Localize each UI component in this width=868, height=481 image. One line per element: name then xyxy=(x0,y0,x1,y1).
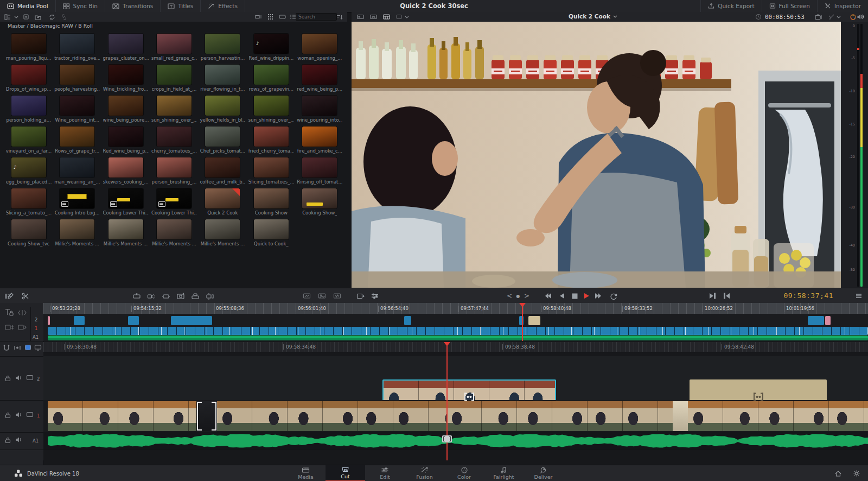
media-clip[interactable]: Rows_of_grape_tr... xyxy=(53,126,101,156)
import-media-button[interactable] xyxy=(22,13,30,21)
thumbnail-view-button[interactable] xyxy=(266,13,275,21)
track2-enable-icon[interactable] xyxy=(26,375,34,381)
media-clip[interactable]: Cooking Show_tvc xyxy=(4,219,53,249)
search-input[interactable] xyxy=(296,13,337,21)
go-to-start-button[interactable] xyxy=(542,292,552,300)
media-clip[interactable]: Slicing_a_tomato_... xyxy=(4,188,53,218)
timeline-clip[interactable] xyxy=(673,401,688,431)
media-clip[interactable]: Cooking Lower Thi... xyxy=(150,188,198,218)
media-clip[interactable]: woman_opening_... xyxy=(296,34,344,63)
playhead-handle[interactable] xyxy=(519,303,526,307)
play-around-out-icon[interactable] xyxy=(722,292,731,300)
go-to-end-button[interactable] xyxy=(593,292,603,300)
tab-fairlight[interactable]: Fairlight xyxy=(484,465,524,481)
playhead-handle[interactable] xyxy=(444,342,450,346)
trim-tool-icon[interactable] xyxy=(17,308,27,317)
overview-clip[interactable] xyxy=(128,316,139,325)
source-clip-view-button[interactable] xyxy=(356,13,365,21)
trackA1-lock-icon[interactable] xyxy=(4,436,11,444)
strip-view-button[interactable] xyxy=(254,13,263,21)
timeline-tools-icon[interactable] xyxy=(4,292,14,300)
panel-toggle-sync-bin[interactable]: Sync Bin xyxy=(56,0,105,12)
overview-clip[interactable] xyxy=(808,316,824,325)
play-around-in-icon[interactable] xyxy=(707,292,717,300)
filmstrip-view-button[interactable] xyxy=(278,13,286,21)
sync-clips-button[interactable] xyxy=(48,13,56,21)
media-clip[interactable]: Millie's Moments ... xyxy=(101,219,150,249)
media-clip[interactable]: river_flowing_in_t... xyxy=(199,65,247,94)
flag-color-button[interactable] xyxy=(24,344,31,351)
project-manager-home-icon[interactable] xyxy=(834,470,842,477)
media-clip[interactable]: Wine_trickling_fro... xyxy=(101,65,150,94)
ripple-overwrite-button[interactable] xyxy=(161,292,171,300)
import-folder-button[interactable] xyxy=(34,13,42,21)
media-clip[interactable]: coffee_and_milk_b... xyxy=(199,157,247,187)
media-clip[interactable]: sun_shining_over_... xyxy=(247,96,295,125)
bin-list-button[interactable] xyxy=(3,13,12,21)
timeline-clip[interactable] xyxy=(217,401,446,431)
media-clip[interactable]: grapes_cluster_on... xyxy=(101,34,150,63)
media-clip[interactable]: crops_in_field_at_... xyxy=(150,65,198,94)
timeline-display-button[interactable] xyxy=(34,344,42,351)
media-clip[interactable]: Millie's Moments ... xyxy=(150,219,198,249)
overview-clip[interactable] xyxy=(48,316,50,325)
timeline-clip[interactable] xyxy=(446,401,673,431)
timeline[interactable]: 09:58:30;4809:58:34;4809:58:38;4809:58:4… xyxy=(43,342,868,460)
timeline-view-button[interactable] xyxy=(382,13,391,21)
tab-cut[interactable]: Cut xyxy=(326,465,365,481)
media-clip[interactable]: Cooking Intro Log... xyxy=(53,188,101,218)
timeline-clip[interactable] xyxy=(196,401,217,431)
timeline-options-button[interactable] xyxy=(370,292,380,300)
loop-button[interactable] xyxy=(609,292,618,300)
timeline-clip[interactable] xyxy=(48,401,196,431)
overview-ruler[interactable]: 09:53:22;2809:54:15;3209:55:08;3609:56:0… xyxy=(43,303,868,314)
media-clip[interactable]: sun_shining_over_... xyxy=(150,96,198,125)
snapping-button[interactable] xyxy=(3,344,10,351)
overview-clip[interactable] xyxy=(528,316,540,325)
photo-overlay-button[interactable] xyxy=(317,292,327,300)
panel-toggle-titles[interactable]: Titles xyxy=(161,0,201,12)
ripple-edit-icon[interactable] xyxy=(4,324,14,331)
append-button[interactable] xyxy=(146,292,156,300)
step-back-button[interactable] xyxy=(557,292,566,300)
timeline-clip[interactable] xyxy=(688,401,868,431)
viewer-tools-chevron-icon[interactable] xyxy=(834,13,843,21)
tab-fusion[interactable]: Fusion xyxy=(405,465,444,481)
audio-overlay-button[interactable] xyxy=(332,292,342,300)
quick-export-button[interactable]: Quick Export xyxy=(700,0,761,12)
roll-edit-icon[interactable] xyxy=(17,324,27,331)
close-up-button[interactable] xyxy=(176,292,186,300)
media-clip[interactable]: Rinsing_off_tomat... xyxy=(296,157,344,187)
tab-edit[interactable]: Edit xyxy=(365,465,405,481)
media-clip[interactable]: tractor_riding_ove... xyxy=(53,34,101,63)
tools-panel-button[interactable] xyxy=(302,292,311,300)
inspector-button[interactable]: Inspector xyxy=(817,0,868,12)
overview-clip[interactable] xyxy=(74,316,85,325)
media-clip[interactable]: fire_and_smoke_c... xyxy=(296,126,344,156)
timeline-playhead[interactable] xyxy=(446,342,448,460)
media-clip[interactable]: Cooking Show xyxy=(247,188,295,218)
match-frame-button[interactable] xyxy=(355,292,365,300)
tab-color[interactable]: Color xyxy=(444,465,484,481)
source-overwrite-button[interactable] xyxy=(205,292,215,300)
jog-right-icon[interactable]: > xyxy=(522,292,532,300)
panel-toggle-transitions[interactable]: Transitions xyxy=(105,0,161,12)
split-clips-icon[interactable] xyxy=(21,292,30,300)
media-clip[interactable]: small_red_grape_c... xyxy=(150,34,198,63)
full-screen-button[interactable]: Full Screen xyxy=(762,0,817,12)
breadcrumb[interactable]: Master / Blackmagic RAW / B Roll xyxy=(8,23,93,29)
track2-lock-icon[interactable] xyxy=(4,375,11,382)
tab-deliver[interactable]: Deliver xyxy=(524,465,563,481)
sort-button[interactable] xyxy=(335,13,344,21)
panel-toggle-effects[interactable]: Effects xyxy=(201,0,245,12)
media-clip[interactable]: ♪egg_being_placed... xyxy=(4,157,53,187)
track1-lock-icon[interactable] xyxy=(4,412,11,419)
track-lock-tool-icon[interactable] xyxy=(4,308,14,317)
overview-clip[interactable] xyxy=(825,316,831,325)
timeline-ruler[interactable]: 09:58:30;4809:58:34;4809:58:38;4809:58:4… xyxy=(43,342,868,352)
media-clip[interactable]: Quick to Cook_ xyxy=(247,219,295,249)
viewer-mode-chevron-icon[interactable] xyxy=(403,13,411,21)
overview-clip[interactable] xyxy=(404,316,411,325)
media-clip[interactable]: man_wearing_an_... xyxy=(53,157,101,187)
media-clip[interactable]: skewers_cooking_... xyxy=(101,157,150,187)
